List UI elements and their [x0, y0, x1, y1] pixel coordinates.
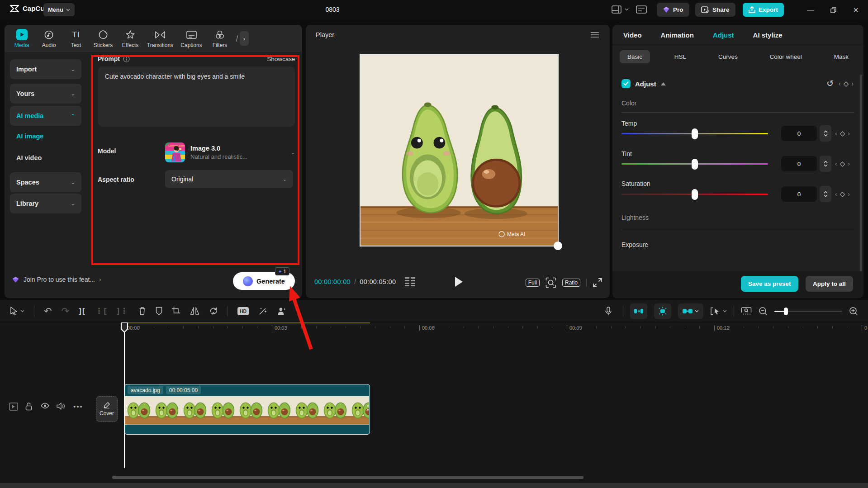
- saturation-slider[interactable]: [621, 194, 768, 195]
- export-button[interactable]: Export: [743, 3, 784, 17]
- ratio-button[interactable]: Ratio: [562, 279, 580, 287]
- delete-button[interactable]: [138, 307, 146, 315]
- panel-scrollbar[interactable]: [860, 75, 862, 274]
- tint-keyframe-controls[interactable]: ‹◇›: [835, 160, 850, 168]
- fullscreen-button[interactable]: [593, 278, 602, 288]
- info-icon[interactable]: [123, 56, 130, 62]
- tint-slider-thumb[interactable]: [692, 159, 698, 170]
- minimize-button[interactable]: —: [802, 0, 820, 20]
- tab-video[interactable]: Video: [623, 31, 642, 39]
- playhead-line[interactable]: [124, 322, 125, 468]
- tint-stepper[interactable]: [820, 156, 831, 172]
- zoom-in-button[interactable]: [849, 307, 858, 316]
- hd-badge[interactable]: HD: [237, 307, 249, 315]
- temp-slider[interactable]: [621, 133, 768, 134]
- tab-animation[interactable]: Animation: [661, 31, 694, 39]
- showcase-link[interactable]: Showcase ›: [267, 56, 299, 62]
- close-button[interactable]: ×: [847, 0, 865, 20]
- hide-track-icon[interactable]: [41, 403, 49, 409]
- subtab-color-wheel[interactable]: Color wheel: [762, 50, 810, 63]
- trim-handle-left-dot[interactable]: [126, 409, 127, 410]
- saturation-keyframe-controls[interactable]: ‹◇›: [835, 190, 850, 198]
- playhead-marker[interactable]: [120, 322, 128, 333]
- timeline-ruler[interactable]: 00:0000:0300:0600:0900:120: [0, 322, 868, 335]
- lock-track-icon[interactable]: [25, 403, 32, 411]
- layout-chevron-icon[interactable]: [625, 8, 629, 11]
- temp-value[interactable]: 0: [781, 126, 817, 141]
- trim-handle-left[interactable]: [126, 405, 127, 407]
- pro-button[interactable]: Pro: [657, 3, 689, 17]
- remove-background-button[interactable]: [277, 307, 286, 315]
- aspect-ratio-select[interactable]: Original ⌄: [165, 170, 293, 188]
- saturation-value[interactable]: 0: [781, 186, 817, 202]
- tint-value[interactable]: 0: [781, 156, 817, 171]
- track-more-button[interactable]: •••: [73, 403, 83, 410]
- model-select[interactable]: Coming Soon! Image 3.0 Natural and reali…: [165, 140, 295, 165]
- cover-button[interactable]: Cover: [96, 396, 118, 422]
- play-button[interactable]: [454, 276, 463, 287]
- sidebar-item-ai-media[interactable]: AI media⌃: [10, 106, 81, 126]
- prompt-input[interactable]: Cute avocado character with big eyes and…: [98, 66, 295, 127]
- saturation-slider-thumb[interactable]: [692, 189, 698, 200]
- temp-slider-thumb[interactable]: [692, 128, 698, 139]
- tab-ai-stylize[interactable]: AI stylize: [753, 31, 783, 39]
- menu-button[interactable]: Menu: [43, 3, 75, 16]
- magic-wand-button[interactable]: [258, 307, 267, 316]
- zoom-slider-thumb[interactable]: [784, 308, 788, 315]
- restore-button[interactable]: [824, 0, 842, 20]
- tab-audio[interactable]: Audio: [35, 29, 62, 48]
- subtab-basic[interactable]: Basic: [620, 50, 650, 63]
- more-tabs-button[interactable]: ›: [240, 31, 249, 46]
- player-menu-button[interactable]: [591, 32, 599, 38]
- reset-icon[interactable]: ↺: [826, 78, 834, 89]
- tint-slider[interactable]: [621, 163, 768, 165]
- tab-filters[interactable]: Filters: [206, 29, 233, 48]
- sidebar-item-yours[interactable]: Yours⌄: [10, 84, 81, 104]
- collapse-icon[interactable]: [661, 82, 666, 85]
- temp-stepper[interactable]: [820, 125, 831, 142]
- split-button[interactable]: ][: [79, 307, 85, 316]
- trim-handle-right-dot[interactable]: [367, 409, 369, 410]
- replace-button[interactable]: [209, 307, 218, 315]
- preview-frames-button[interactable]: [741, 307, 752, 315]
- auto-snap-toggle[interactable]: [630, 303, 647, 319]
- tab-transitions[interactable]: Transitions: [144, 29, 176, 48]
- adjust-enabled-checkbox[interactable]: [621, 79, 631, 88]
- resize-handle[interactable]: [554, 242, 562, 250]
- tab-stickers[interactable]: Stickers: [90, 29, 117, 48]
- timeline-clip[interactable]: avacado.jpg 00:00:05:00: [124, 384, 370, 435]
- tab-captions[interactable]: Captions: [176, 29, 206, 48]
- apply-to-all-button[interactable]: Apply to all: [806, 276, 853, 292]
- tab-adjust[interactable]: Adjust: [713, 31, 734, 39]
- preview-image[interactable]: Meta AI: [360, 54, 559, 246]
- preview-axis-toggle[interactable]: [654, 303, 671, 319]
- subtab-mask[interactable]: Mask: [826, 50, 856, 63]
- layout-toggle-button[interactable]: [612, 5, 621, 14]
- full-button[interactable]: Full: [526, 279, 540, 287]
- mirror-button[interactable]: [190, 307, 199, 315]
- horizontal-scrollbar[interactable]: [112, 476, 583, 479]
- trim-handle-right[interactable]: [367, 405, 369, 407]
- fit-zoom-button[interactable]: [545, 277, 556, 288]
- tab-media[interactable]: Media: [8, 29, 35, 48]
- subtab-curves[interactable]: Curves: [711, 50, 745, 63]
- tab-effects[interactable]: Effects: [117, 29, 144, 48]
- mute-track-icon[interactable]: [57, 403, 65, 410]
- sidebar-item-import[interactable]: Import⌄: [10, 59, 81, 79]
- sidebar-item-spaces[interactable]: Spaces⌄: [10, 172, 81, 192]
- shortcut-keyboard-button[interactable]: [636, 5, 647, 14]
- share-button[interactable]: Share: [695, 3, 735, 17]
- subtab-hsl[interactable]: HSL: [667, 50, 694, 63]
- mask-button[interactable]: [156, 307, 162, 315]
- sidebar-item-ai-video[interactable]: AI video: [16, 154, 42, 161]
- temp-keyframe-controls[interactable]: ‹◇›: [835, 129, 850, 137]
- zoom-out-button[interactable]: [759, 307, 768, 316]
- join-pro-link[interactable]: Join Pro to use this feat... ›: [12, 276, 101, 283]
- delete-left-button[interactable]: ⋮[: [95, 306, 108, 316]
- timeline-zoom-slider[interactable]: [774, 307, 842, 316]
- sidebar-item-library[interactable]: Library⌄: [10, 194, 81, 213]
- tab-text[interactable]: TI Text: [62, 29, 90, 48]
- delete-right-button[interactable]: ]⋮: [117, 306, 129, 316]
- saturation-stepper[interactable]: [820, 186, 831, 202]
- save-as-preset-button[interactable]: Save as preset: [741, 276, 798, 292]
